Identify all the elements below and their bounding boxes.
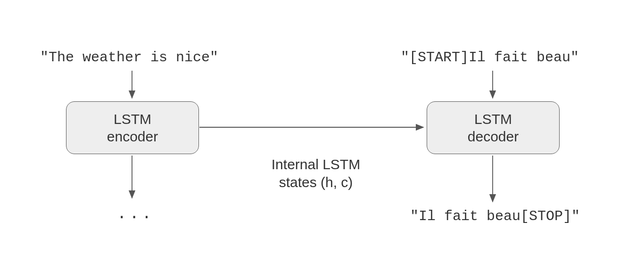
connection-label: Internal LSTM states (h, c): [250, 156, 382, 191]
connection-label-line2: states (h, c): [279, 174, 353, 190]
encoder-box: LSTM encoder: [66, 101, 199, 154]
decoder-input-text: "[START]Il fait beau": [401, 49, 579, 66]
decoder-box-label-line2: decoder: [468, 129, 519, 144]
diagram-stage: "The weather is nice" LSTM encoder ... I…: [0, 0, 644, 263]
encoder-input-text: "The weather is nice": [40, 49, 218, 66]
encoder-box-label-line1: LSTM: [114, 111, 151, 127]
decoder-box-label: LSTM decoder: [468, 110, 519, 146]
encoder-box-label-line2: encoder: [107, 129, 158, 144]
connection-label-line1: Internal LSTM: [272, 156, 360, 172]
encoder-output-placeholder: ...: [117, 205, 154, 223]
decoder-box: LSTM decoder: [427, 101, 560, 154]
decoder-box-label-line1: LSTM: [474, 111, 512, 127]
decoder-output-text: "Il fait beau[STOP]": [410, 208, 580, 224]
encoder-box-label: LSTM encoder: [107, 110, 158, 146]
